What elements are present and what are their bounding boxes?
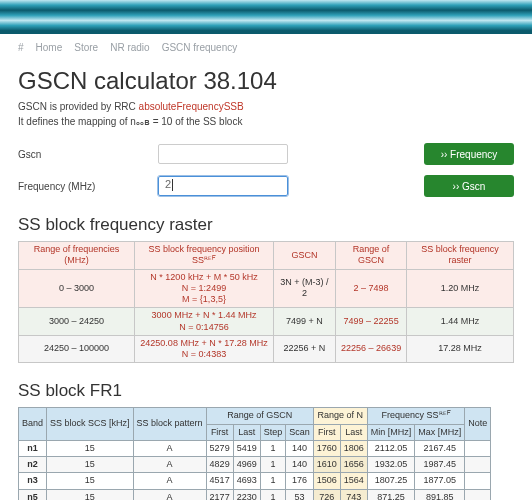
fr1-row: n115A527954191140176018062112.052167.45 bbox=[19, 440, 491, 456]
fr1-cell: 176 bbox=[286, 473, 314, 489]
fr1-cell: 1 bbox=[260, 489, 286, 500]
fr1-cell: 5419 bbox=[233, 440, 260, 456]
raster-cell: 22256 + N bbox=[273, 335, 335, 363]
breadcrumb: # Home Store NR radio GSCN frequency bbox=[18, 34, 514, 61]
fr1-cell: 15 bbox=[47, 489, 134, 500]
fr1-sub-fmax: Max [MHz] bbox=[415, 424, 465, 440]
fr1-cell: 15 bbox=[47, 440, 134, 456]
fr1-cell: 891.85 bbox=[415, 489, 465, 500]
fr1-cell: 726 bbox=[313, 489, 340, 500]
raster-col-gscn: GSCN bbox=[273, 242, 335, 270]
breadcrumb-home-icon[interactable]: # bbox=[18, 42, 24, 53]
raster-row: 0 – 3000N * 1200 kHz + M * 50 kHzN = 1:2… bbox=[19, 269, 514, 308]
fr1-cell: 1987.45 bbox=[415, 457, 465, 473]
breadcrumb-item[interactable]: Store bbox=[74, 42, 98, 53]
fr1-cell: A bbox=[133, 473, 206, 489]
raster-heading: SS block frequency raster bbox=[18, 215, 514, 235]
fr1-cell bbox=[465, 489, 491, 500]
fr1-col-n-range: Range of N bbox=[313, 408, 367, 424]
fr1-cell bbox=[465, 440, 491, 456]
fr1-cell bbox=[465, 473, 491, 489]
text-cursor-icon bbox=[172, 179, 173, 191]
fr1-cell: 5279 bbox=[206, 440, 233, 456]
fr1-cell: 2230 bbox=[233, 489, 260, 500]
raster-cell: 24250.08 MHz + N * 17.28 MHzN = 0:4383 bbox=[135, 335, 274, 363]
raster-cell: 3000 MHz + N * 1.44 MHzN = 0:14756 bbox=[135, 308, 274, 336]
fr1-cell: 53 bbox=[286, 489, 314, 500]
fr1-cell: n5 bbox=[19, 489, 47, 500]
fr1-cell: 871.25 bbox=[367, 489, 415, 500]
fr1-col-freq: Frequency SSᴿᴱꟳ bbox=[367, 408, 465, 424]
fr1-sub-scan: Scan bbox=[286, 424, 314, 440]
fr1-sub-fmin: Min [MHz] bbox=[367, 424, 415, 440]
fr1-cell: n3 bbox=[19, 473, 47, 489]
raster-cell: 3N + (M-3) / 2 bbox=[273, 269, 335, 308]
raster-col-range: Range of frequencies (MHz) bbox=[19, 242, 135, 270]
fr1-cell: 140 bbox=[286, 457, 314, 473]
raster-cell: 0 – 3000 bbox=[19, 269, 135, 308]
raster-cell: 2 – 7498 bbox=[336, 269, 407, 308]
gscn-button[interactable]: Gscn bbox=[424, 175, 514, 197]
fr1-sub-step: Step bbox=[260, 424, 286, 440]
fr1-col-pattern: SS block pattern bbox=[133, 408, 206, 441]
fr1-col-gscn-range: Range of GSCN bbox=[206, 408, 313, 424]
breadcrumb-item: GSCN frequency bbox=[162, 42, 238, 53]
fr1-heading: SS block FR1 bbox=[18, 381, 514, 401]
breadcrumb-item[interactable]: Home bbox=[36, 42, 63, 53]
fr1-col-note: Note bbox=[465, 408, 491, 441]
frequency-label: Frequency (MHz) bbox=[18, 181, 158, 192]
raster-row: 24250 – 10000024250.08 MHz + N * 17.28 M… bbox=[19, 335, 514, 363]
fr1-cell: 140 bbox=[286, 440, 314, 456]
fr1-sub-last: Last bbox=[233, 424, 260, 440]
raster-cell: 1.20 MHz bbox=[407, 269, 514, 308]
fr1-sub-nlast: Last bbox=[340, 424, 367, 440]
raster-cell: 22256 – 26639 bbox=[336, 335, 407, 363]
raster-cell: 3000 – 24250 bbox=[19, 308, 135, 336]
fr1-sub-first: First bbox=[206, 424, 233, 440]
fr1-cell: 1806 bbox=[340, 440, 367, 456]
fr1-cell: 1564 bbox=[340, 473, 367, 489]
frequency-input[interactable]: 2 bbox=[158, 176, 288, 196]
fr1-cell: 15 bbox=[47, 473, 134, 489]
fr1-cell: 1610 bbox=[313, 457, 340, 473]
fr1-cell: 2177 bbox=[206, 489, 233, 500]
fr1-col-scs: SS block SCS [kHz] bbox=[47, 408, 134, 441]
fr1-cell: 15 bbox=[47, 457, 134, 473]
fr1-cell: 1760 bbox=[313, 440, 340, 456]
breadcrumb-item[interactable]: NR radio bbox=[110, 42, 149, 53]
fr1-col-band: Band bbox=[19, 408, 47, 441]
fr1-cell: 1 bbox=[260, 457, 286, 473]
fr1-cell: A bbox=[133, 457, 206, 473]
fr1-cell: 1877.05 bbox=[415, 473, 465, 489]
gscn-label: Gscn bbox=[18, 149, 158, 160]
raster-col-rgscn: Range of GSCN bbox=[336, 242, 407, 270]
frequency-input-value: 2 bbox=[165, 178, 171, 190]
fr1-row: n215A482949691140161016561932.051987.45 bbox=[19, 457, 491, 473]
absolute-frequency-ssb-link[interactable]: absoluteFrequencySSB bbox=[139, 101, 244, 112]
raster-col-step: SS block frequency raster bbox=[407, 242, 514, 270]
fr1-cell: 2112.05 bbox=[367, 440, 415, 456]
fr1-cell: n2 bbox=[19, 457, 47, 473]
fr1-cell: 1656 bbox=[340, 457, 367, 473]
fr1-row: n515A21772230153726743871.25891.85 bbox=[19, 489, 491, 500]
fr1-cell: 1932.05 bbox=[367, 457, 415, 473]
raster-cell: 17.28 MHz bbox=[407, 335, 514, 363]
raster-row: 3000 – 242503000 MHz + N * 1.44 MHzN = 0… bbox=[19, 308, 514, 336]
fr1-cell: 743 bbox=[340, 489, 367, 500]
fr1-table: Band SS block SCS [kHz] SS block pattern… bbox=[18, 407, 491, 500]
raster-table: Range of frequencies (MHz) SS block freq… bbox=[18, 241, 514, 363]
fr1-cell: 1 bbox=[260, 473, 286, 489]
fr1-cell: 2167.45 bbox=[415, 440, 465, 456]
desc-text-2: It defines the mapping of nₒₒʙ = 10 of t… bbox=[18, 116, 242, 127]
gscn-input[interactable] bbox=[158, 144, 288, 164]
desc-text: GSCN is provided by RRC bbox=[18, 101, 139, 112]
calc-form: Gscn Frequency Frequency (MHz) 2 Gscn bbox=[18, 143, 514, 197]
fr1-sub-nfirst: First bbox=[313, 424, 340, 440]
fr1-cell: 1807.25 bbox=[367, 473, 415, 489]
frequency-button[interactable]: Frequency bbox=[424, 143, 514, 165]
fr1-cell: 1506 bbox=[313, 473, 340, 489]
fr1-cell: n1 bbox=[19, 440, 47, 456]
raster-cell: N * 1200 kHz + M * 50 kHzN = 1:2499M = {… bbox=[135, 269, 274, 308]
fr1-cell: A bbox=[133, 440, 206, 456]
raster-cell: 1.44 MHz bbox=[407, 308, 514, 336]
